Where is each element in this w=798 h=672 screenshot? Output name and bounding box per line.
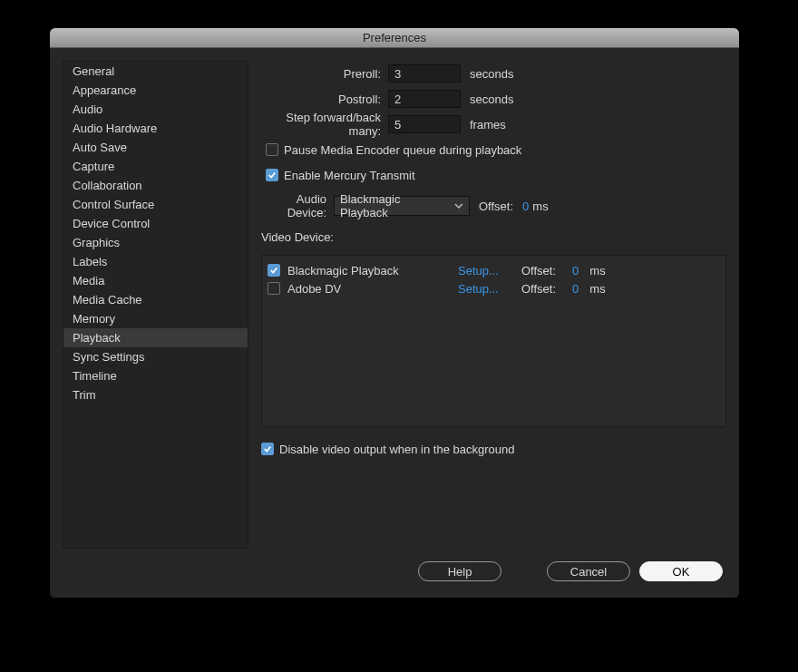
sidebar-item-graphics[interactable]: Graphics (63, 233, 248, 252)
sidebar-item-trim[interactable]: Trim (63, 385, 248, 404)
sidebar-item-labels[interactable]: Labels (63, 252, 248, 271)
preferences-window: Preferences GeneralAppearanceAudioAudio … (49, 27, 740, 599)
sidebar: GeneralAppearanceAudioAudio HardwareAuto… (63, 61, 248, 549)
preroll-unit: seconds (461, 67, 513, 81)
sidebar-item-media[interactable]: Media (63, 271, 248, 290)
checkbox-icon[interactable] (268, 282, 280, 295)
mercury-label: Enable Mercury Transmit (284, 169, 415, 182)
video-offset-label: Offset: (521, 264, 556, 278)
window-body: GeneralAppearanceAudioAudio HardwareAuto… (50, 48, 739, 549)
sidebar-item-audio-hardware[interactable]: Audio Hardware (63, 119, 248, 138)
audio-device-select[interactable]: Blackmagic Playback (334, 196, 470, 216)
mercury-checkbox[interactable]: Enable Mercury Transmit (266, 169, 415, 182)
postroll-unit: seconds (461, 93, 513, 106)
window-title: Preferences (50, 28, 739, 48)
video-device-row: Blackmagic PlaybackSetup...Offset:0ms (268, 261, 720, 279)
video-offset-unit: ms (589, 264, 605, 278)
video-offset-value[interactable]: 0 (572, 264, 579, 278)
sidebar-item-device-control[interactable]: Device Control (63, 214, 248, 233)
preroll-input[interactable] (388, 64, 461, 83)
cancel-button[interactable]: Cancel (547, 561, 630, 581)
sidebar-item-collaboration[interactable]: Collaboration (63, 176, 248, 195)
checkbox-icon (266, 169, 278, 181)
postroll-input[interactable] (388, 90, 461, 108)
disable-bg-checkbox[interactable]: Disable video output when in the backgro… (261, 443, 514, 456)
video-device-panel: Blackmagic PlaybackSetup...Offset:0msAdo… (261, 255, 726, 427)
audio-device-value: Blackmagic Playback (340, 192, 449, 219)
audio-device-label: Audio Device: (261, 192, 334, 219)
audio-offset-label: Offset: (470, 200, 513, 213)
sidebar-item-media-cache[interactable]: Media Cache (63, 290, 248, 309)
video-device-setup-link[interactable]: Setup... (458, 282, 503, 296)
sidebar-item-general[interactable]: General (63, 62, 248, 81)
video-offset-label: Offset: (521, 282, 556, 296)
sidebar-item-appearance[interactable]: Appearance (63, 81, 248, 100)
chevron-down-icon (454, 201, 463, 210)
video-device-row: Adobe DVSetup...Offset:0ms (268, 279, 720, 297)
sidebar-item-timeline[interactable]: Timeline (63, 366, 248, 385)
ok-button[interactable]: OK (639, 561, 723, 581)
sidebar-item-memory[interactable]: Memory (63, 309, 248, 328)
video-device-label: Video Device: (261, 230, 334, 244)
disable-bg-label: Disable video output when in the backgro… (279, 443, 514, 456)
dialog-buttons: Help Cancel OK (50, 549, 739, 598)
checkbox-icon[interactable] (268, 264, 280, 277)
sidebar-item-playback[interactable]: Playback (63, 328, 248, 347)
video-device-name: Adobe DV (287, 282, 451, 296)
checkbox-icon (261, 443, 274, 455)
sidebar-item-capture[interactable]: Capture (63, 157, 248, 176)
main-panel: Preroll: seconds Postroll: seconds Step … (261, 61, 726, 549)
help-button[interactable]: Help (418, 561, 501, 581)
sidebar-item-control-surface[interactable]: Control Surface (63, 195, 248, 214)
video-offset-value[interactable]: 0 (572, 282, 579, 296)
checkbox-icon (266, 143, 278, 156)
sidebar-item-auto-save[interactable]: Auto Save (63, 138, 248, 157)
preroll-label: Preroll: (261, 67, 388, 81)
sidebar-item-sync-settings[interactable]: Sync Settings (63, 347, 248, 366)
video-device-name: Blackmagic Playback (287, 264, 451, 278)
sidebar-item-audio[interactable]: Audio (63, 100, 248, 119)
postroll-label: Postroll: (261, 93, 388, 106)
step-unit: frames (461, 118, 506, 131)
pause-encoder-checkbox[interactable]: Pause Media Encoder queue during playbac… (266, 143, 521, 157)
audio-offset-unit: ms (529, 200, 548, 213)
audio-offset-value[interactable]: 0 (513, 200, 529, 213)
step-input[interactable] (388, 115, 461, 133)
pause-encoder-label: Pause Media Encoder queue during playbac… (284, 143, 521, 157)
step-label: Step forward/back many: (261, 111, 388, 138)
video-device-setup-link[interactable]: Setup... (458, 264, 503, 278)
video-offset-unit: ms (589, 282, 605, 296)
